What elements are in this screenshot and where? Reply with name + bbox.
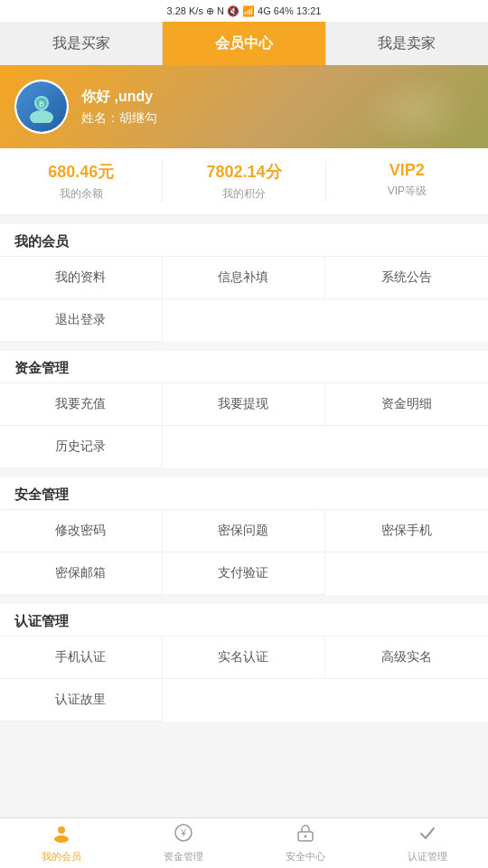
bottom-nav-member[interactable]: 我的会员 <box>0 818 122 868</box>
svg-point-9 <box>304 835 306 838</box>
security-icon <box>296 823 315 848</box>
stat-vip-value: VIP2 <box>326 161 488 180</box>
status-text: 3.28 K/s ⊕ N 🔇 📶 4G 64% 13:21 <box>167 5 322 17</box>
svg-point-4 <box>58 826 65 834</box>
bottom-nav-fund[interactable]: ¥ 资金管理 <box>122 818 244 868</box>
profile-section: B 你好 ,undy 姓名：胡继勾 <box>0 65 488 148</box>
menu-grid-cert-mgmt: 手机认证 实名认证 高级实名 认证故里 <box>0 637 488 722</box>
stat-points-label: 我的积分 <box>163 186 324 202</box>
menu-item-history[interactable]: 历史记录 <box>0 426 163 468</box>
menu-grid-fund-mgmt: 我要充值 我要提现 资金明细 历史记录 <box>0 383 488 468</box>
menu-item-payment-verify[interactable]: 支付验证 <box>163 552 325 595</box>
status-bar: 3.28 K/s ⊕ N 🔇 📶 4G 64% 13:21 <box>0 0 488 22</box>
stat-points: 7802.14分 我的积分 <box>163 161 325 202</box>
menu-grid-my-member: 我的资料 信息补填 系统公告 退出登录 <box>0 257 488 342</box>
avatar-image: B <box>16 81 67 132</box>
menu-item-info-fill[interactable]: 信息补填 <box>163 257 325 299</box>
avatar: B <box>14 80 69 134</box>
bottom-nav-member-label: 我的会员 <box>42 850 81 863</box>
section-fund-mgmt: 资金管理 我要充值 我要提现 资金明细 历史记录 <box>0 351 488 468</box>
stat-points-value: 7802.14分 <box>163 161 324 183</box>
stat-balance-label: 我的余额 <box>0 186 162 202</box>
cert-icon <box>418 823 437 848</box>
menu-item-withdraw[interactable]: 我要提现 <box>163 383 325 426</box>
section-title-security-mgmt: 安全管理 <box>0 477 488 510</box>
menu-grid-security-mgmt: 修改密码 密保问题 密保手机 密保邮箱 支付验证 <box>0 510 488 595</box>
section-cert-mgmt: 认证管理 手机认证 实名认证 高级实名 认证故里 <box>0 604 488 722</box>
tab-member-center[interactable]: 会员中心 <box>163 22 325 65</box>
menu-item-phone-cert[interactable]: 手机认证 <box>0 637 163 679</box>
member-icon <box>52 823 71 848</box>
bottom-nav-security-label: 安全中心 <box>286 850 325 863</box>
tab-seller[interactable]: 我是卖家 <box>326 22 488 65</box>
menu-item-my-profile[interactable]: 我的资料 <box>0 257 163 299</box>
menu-item-real-name[interactable]: 实名认证 <box>163 637 325 679</box>
svg-point-5 <box>54 835 69 843</box>
menu-item-cert-hometown[interactable]: 认证故里 <box>0 679 163 722</box>
section-my-member: 我的会员 我的资料 信息补填 系统公告 退出登录 <box>0 224 488 342</box>
section-title-my-member: 我的会员 <box>0 224 488 257</box>
menu-item-fund-detail[interactable]: 资金明细 <box>325 383 488 426</box>
profile-greeting: 你好 ,undy <box>81 88 157 107</box>
bottom-nav-security[interactable]: 安全中心 <box>244 818 366 868</box>
section-security-mgmt: 安全管理 修改密码 密保问题 密保手机 密保邮箱 支付验证 <box>0 477 488 595</box>
menu-item-recharge[interactable]: 我要充值 <box>0 383 163 426</box>
profile-info: 你好 ,undy 姓名：胡继勾 <box>81 88 157 127</box>
section-title-fund-mgmt: 资金管理 <box>0 351 488 383</box>
menu-item-logout[interactable]: 退出登录 <box>0 299 163 342</box>
top-nav: 我是买家 会员中心 我是卖家 <box>0 22 488 65</box>
tab-buyer[interactable]: 我是买家 <box>0 22 163 65</box>
bottom-nav-cert-label: 认证管理 <box>408 850 447 863</box>
profile-name: 姓名：胡继勾 <box>81 110 157 127</box>
bottom-nav-cert[interactable]: 认证管理 <box>366 818 488 868</box>
menu-item-change-password[interactable]: 修改密码 <box>0 510 163 552</box>
menu-item-advanced-real-name[interactable]: 高级实名 <box>325 637 488 679</box>
svg-point-1 <box>30 110 53 123</box>
menu-item-system-notice[interactable]: 系统公告 <box>325 257 488 299</box>
bottom-nav-fund-label: 资金管理 <box>164 850 203 863</box>
fund-icon: ¥ <box>174 823 193 848</box>
section-title-cert-mgmt: 认证管理 <box>0 604 488 637</box>
stat-vip: VIP2 VIP等级 <box>326 161 488 202</box>
menu-item-security-email[interactable]: 密保邮箱 <box>0 552 163 595</box>
stat-vip-label: VIP等级 <box>326 184 488 199</box>
svg-text:B: B <box>39 99 44 108</box>
stats-row: 680.46元 我的余额 7802.14分 我的积分 VIP2 VIP等级 <box>0 148 488 215</box>
stat-balance-value: 680.46元 <box>0 161 162 183</box>
stat-balance: 680.46元 我的余额 <box>0 161 163 202</box>
bottom-nav: 我的会员 ¥ 资金管理 安全中心 认证管理 <box>0 817 488 868</box>
menu-item-security-phone[interactable]: 密保手机 <box>325 510 488 552</box>
menu-item-security-question[interactable]: 密保问题 <box>163 510 325 552</box>
svg-text:¥: ¥ <box>180 828 186 838</box>
